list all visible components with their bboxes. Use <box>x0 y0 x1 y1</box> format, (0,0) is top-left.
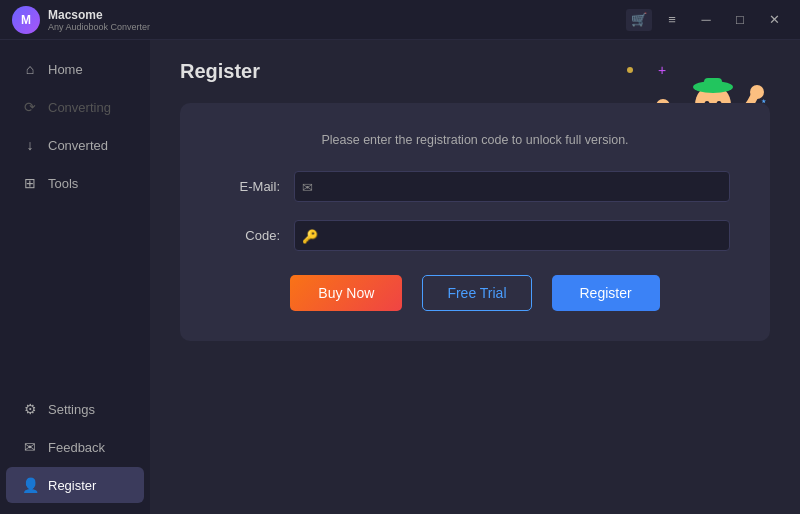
content-area: Register + ⋆ ⋆ ♪ ♪ <box>150 40 800 514</box>
app-branding: M Macsome Any Audiobook Converter <box>12 6 150 34</box>
home-icon: ⌂ <box>22 61 38 77</box>
free-trial-button[interactable]: Free Trial <box>422 275 531 311</box>
register-card: Please enter the registration code to un… <box>180 103 770 341</box>
sidebar-label-converted: Converted <box>48 138 108 153</box>
register-icon: 👤 <box>22 477 38 493</box>
sidebar-item-home[interactable]: ⌂ Home <box>6 51 144 87</box>
sidebar-label-register: Register <box>48 478 96 493</box>
sidebar-item-converted[interactable]: ↓ Converted <box>6 127 144 163</box>
email-input-wrapper: ✉ <box>294 171 730 202</box>
main-layout: ⌂ Home ⟳ Converting ↓ Converted ⊞ Tools … <box>0 40 800 514</box>
svg-rect-12 <box>704 78 722 92</box>
sidebar-label-tools: Tools <box>48 176 78 191</box>
app-name-block: Macsome Any Audiobook Converter <box>48 8 150 32</box>
minimize-button[interactable]: ─ <box>692 9 720 31</box>
sidebar-item-feedback[interactable]: ✉ Feedback <box>6 429 144 465</box>
close-button[interactable]: ✕ <box>760 9 788 31</box>
code-label: Code: <box>220 228 280 243</box>
register-page: Register + ⋆ ⋆ ♪ ♪ <box>150 40 800 514</box>
cart-button[interactable]: 🛒 <box>626 9 652 31</box>
converting-icon: ⟳ <box>22 99 38 115</box>
svg-point-15 <box>750 85 764 99</box>
app-title: Macsome <box>48 8 150 22</box>
sidebar-label-settings: Settings <box>48 402 95 417</box>
register-actions: Buy Now Free Trial Register <box>220 275 730 311</box>
sidebar-item-converting: ⟳ Converting <box>6 89 144 125</box>
menu-button[interactable]: ≡ <box>658 9 686 31</box>
converted-icon: ↓ <box>22 137 38 153</box>
email-label: E-Mail: <box>220 179 280 194</box>
email-row: E-Mail: ✉ <box>220 171 730 202</box>
tools-icon: ⊞ <box>22 175 38 191</box>
settings-icon: ⚙ <box>22 401 38 417</box>
sidebar-label-converting: Converting <box>48 100 111 115</box>
sidebar-label-home: Home <box>48 62 83 77</box>
code-input-wrapper: 🔑 <box>294 220 730 251</box>
buy-now-button[interactable]: Buy Now <box>290 275 402 311</box>
window-controls: 🛒 ≡ ─ □ ✕ <box>626 9 788 31</box>
title-bar: M Macsome Any Audiobook Converter 🛒 ≡ ─ … <box>0 0 800 40</box>
sidebar: ⌂ Home ⟳ Converting ↓ Converted ⊞ Tools … <box>0 40 150 514</box>
sidebar-item-settings[interactable]: ⚙ Settings <box>6 391 144 427</box>
email-input[interactable] <box>294 171 730 202</box>
code-row: Code: 🔑 <box>220 220 730 251</box>
sidebar-item-tools[interactable]: ⊞ Tools <box>6 165 144 201</box>
svg-point-0 <box>627 67 633 73</box>
register-subtitle: Please enter the registration code to un… <box>220 133 730 147</box>
feedback-icon: ✉ <box>22 439 38 455</box>
app-subtitle: Any Audiobook Converter <box>48 22 150 32</box>
svg-text:+: + <box>658 62 666 78</box>
sidebar-label-feedback: Feedback <box>48 440 105 455</box>
app-logo: M <box>12 6 40 34</box>
maximize-button[interactable]: □ <box>726 9 754 31</box>
register-button[interactable]: Register <box>552 275 660 311</box>
sidebar-item-register[interactable]: 👤 Register <box>6 467 144 503</box>
code-input[interactable] <box>294 220 730 251</box>
